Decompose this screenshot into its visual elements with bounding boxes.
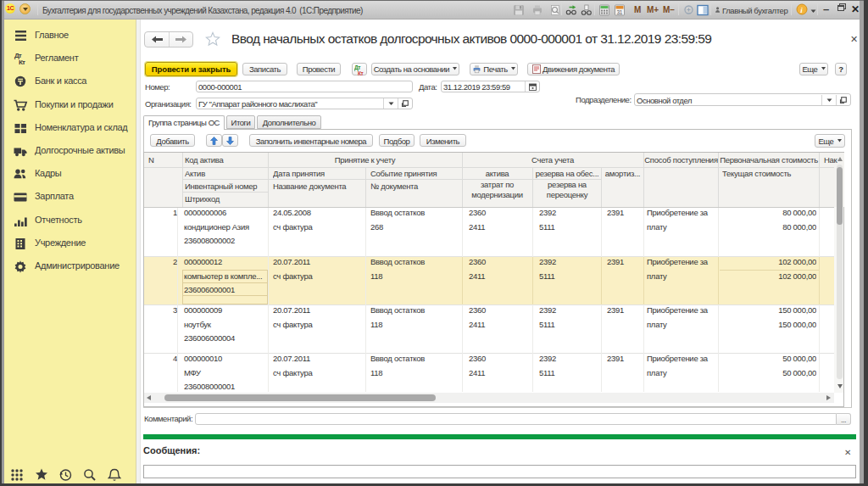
svg-text:Кт: Кт — [19, 59, 25, 66]
svg-text:Кт: Кт — [358, 70, 363, 76]
svg-text:31: 31 — [617, 9, 623, 15]
